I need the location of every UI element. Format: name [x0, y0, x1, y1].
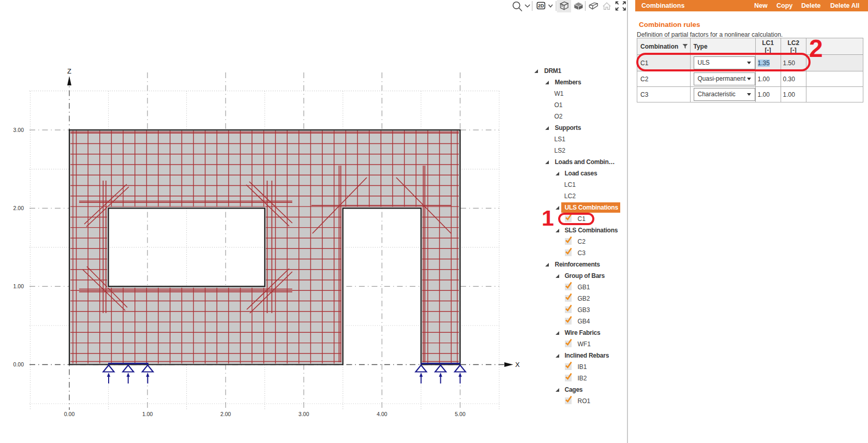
svg-text:4.00: 4.00	[377, 411, 387, 417]
svg-text:0.00: 0.00	[64, 411, 75, 417]
svg-text:X: X	[515, 361, 520, 368]
svg-text:5.00: 5.00	[455, 411, 466, 417]
svg-text:3.00: 3.00	[13, 127, 24, 133]
svg-text:0.00: 0.00	[13, 361, 24, 367]
svg-text:2.00: 2.00	[220, 411, 231, 417]
svg-text:Z: Z	[67, 67, 71, 75]
svg-text:1.00: 1.00	[13, 283, 24, 289]
svg-text:3.00: 3.00	[298, 411, 309, 417]
svg-text:1.00: 1.00	[142, 411, 153, 417]
svg-text:2D: 2D	[538, 3, 544, 8]
svg-text:2.00: 2.00	[13, 205, 24, 211]
